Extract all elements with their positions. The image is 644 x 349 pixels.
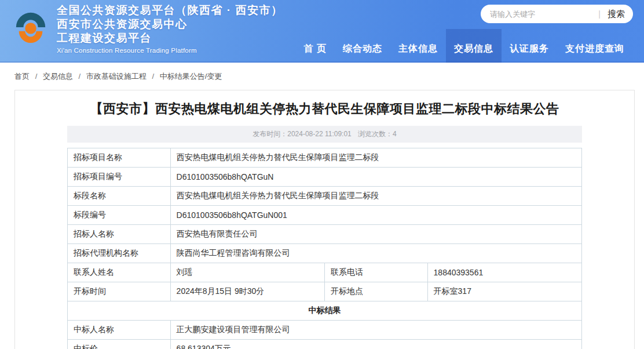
breadcrumb-current-page: 中标结果公告/变更	[160, 72, 222, 81]
announcement-panel: 【西安市】西安热电煤电机组关停热力替代民生保障项目监理二标段中标结果公告 发布时…	[14, 90, 635, 349]
brand-text: 全国公共资源交易平台（陕西省 · 西安市） 西安市公共资源交易中心 工程建设交易…	[57, 3, 283, 54]
table-row: 招标代理机构名称陕西尚华工程管理咨询有限公司	[68, 244, 582, 263]
table-row: 招标人名称西安热电有限责任公司	[68, 225, 582, 244]
result-table-body: 招标项目名称西安热电煤电机组关停热力替代民生保障项目监理二标段招标项目编号D61…	[68, 148, 582, 349]
field-label-cell: 开标地点	[324, 282, 427, 301]
table-row: 中标价68.613304万元	[68, 340, 582, 349]
field-label-cell: 标段编号	[68, 206, 171, 225]
breadcrumb: 首页 / 交易信息 / 市政基础设施工程 / 中标结果公告/变更	[0, 63, 644, 81]
table-row: 中标结果	[68, 301, 582, 321]
field-value-cell: 18840393561	[427, 263, 581, 282]
breadcrumb-home[interactable]: 首页	[14, 72, 30, 81]
search-input[interactable]	[490, 10, 595, 19]
field-value-cell: 西安热电煤电机组关停热力替代民生保障项目监理二标段	[170, 148, 581, 168]
search-bar: | 搜索	[481, 5, 633, 23]
brand-block: 全国公共资源交易平台（陕西省 · 西安市） 西安市公共资源交易中心 工程建设交易…	[13, 3, 283, 54]
field-label-cell: 招标人名称	[68, 225, 171, 244]
site-header: 全国公共资源交易平台（陕西省 · 西安市） 西安市公共资源交易中心 工程建设交易…	[0, 0, 644, 63]
table-row: 招标项目名称西安热电煤电机组关停热力替代民生保障项目监理二标段	[68, 148, 582, 168]
field-label-cell: 联系人姓名	[68, 263, 171, 282]
table-row: 联系人姓名刘瑶联系电话18840393561	[68, 263, 582, 282]
search-button[interactable]: 搜索	[608, 9, 625, 20]
table-row: 开标时间2024年8月15日 9时30分开标地点开标室317	[68, 282, 582, 301]
table-row: 标段名称西安热电煤电机组关停热力替代民生保障项目监理二标段	[68, 187, 582, 206]
breadcrumb-separator: /	[35, 72, 38, 81]
nav-item-payment-progress[interactable]: 支付进度查询	[557, 29, 632, 63]
field-label-cell: 中标人名称	[68, 321, 171, 340]
site-title-english: Xi'an Construction Resource Trading Plat…	[57, 47, 283, 54]
nav-item-trade-info[interactable]: 交易信息	[446, 29, 502, 63]
page-title: 【西安市】西安热电煤电机组关停热力替代民生保障项目监理二标段中标结果公告	[15, 100, 634, 118]
nav-item-news[interactable]: 综合动态	[335, 29, 390, 63]
field-value-cell: 开标室317	[427, 282, 581, 301]
section-header-cell: 中标结果	[68, 301, 582, 321]
field-label-cell: 招标代理机构名称	[68, 244, 171, 263]
platform-logo-icon	[13, 8, 49, 44]
breadcrumb-separator: /	[152, 72, 154, 81]
field-value-cell: 西安热电煤电机组关停热力替代民生保障项目监理二标段	[170, 187, 581, 206]
field-value-cell: 西安热电有限责任公司	[170, 225, 581, 244]
field-label-cell: 中标价	[68, 340, 171, 349]
field-label-cell: 招标项目名称	[68, 148, 171, 168]
article-meta: 发布时间：2024-08-22 11:09:01 浏览次数：4	[67, 126, 582, 143]
field-value-cell: D6101003506b8hQATGuN	[170, 168, 581, 187]
field-value-cell: 刘瑶	[170, 263, 324, 282]
site-title-line3: 工程建设交易平台	[57, 31, 283, 45]
site-title-line1: 全国公共资源交易平台（陕西省 · 西安市）	[57, 3, 283, 17]
field-value-cell: 68.613304万元	[170, 340, 581, 349]
table-row: 标段编号D6101003506b8hQATGuN001	[68, 206, 582, 225]
nav-item-cert-service[interactable]: 认证服务	[502, 29, 557, 63]
nav-item-home[interactable]: 首 页	[296, 29, 335, 63]
publish-time: 发布时间：2024-08-22 11:09:01	[253, 130, 352, 138]
field-value-cell: 正大鹏安建设项目管理有限公司	[170, 321, 581, 340]
field-label-cell: 联系电话	[324, 263, 427, 282]
field-value-cell: D6101003506b8hQATGuN001	[170, 206, 581, 225]
site-title-line2: 西安市公共资源交易中心	[57, 17, 283, 31]
field-label-cell: 标段名称	[68, 187, 171, 206]
nav-item-entity-info[interactable]: 主体信息	[390, 29, 446, 63]
breadcrumb-separator: /	[79, 72, 81, 81]
view-count: 浏览次数：4	[358, 130, 397, 138]
breadcrumb-municipal-works[interactable]: 市政基础设施工程	[86, 72, 147, 81]
field-label-cell: 开标时间	[68, 282, 171, 301]
breadcrumb-trade-info[interactable]: 交易信息	[43, 72, 73, 81]
result-table: 招标项目名称西安热电煤电机组关停热力替代民生保障项目监理二标段招标项目编号D61…	[67, 148, 582, 349]
table-row: 招标项目编号D6101003506b8hQATGuN	[68, 168, 582, 187]
main-nav: 首 页 综合动态 主体信息 交易信息 认证服务 支付进度查询	[296, 29, 632, 63]
field-value-cell: 2024年8月15日 9时30分	[170, 282, 324, 301]
table-row: 中标人名称正大鹏安建设项目管理有限公司	[68, 321, 582, 340]
search-divider: |	[598, 9, 601, 19]
field-value-cell: 陕西尚华工程管理咨询有限公司	[170, 244, 581, 263]
field-label-cell: 招标项目编号	[68, 168, 171, 187]
